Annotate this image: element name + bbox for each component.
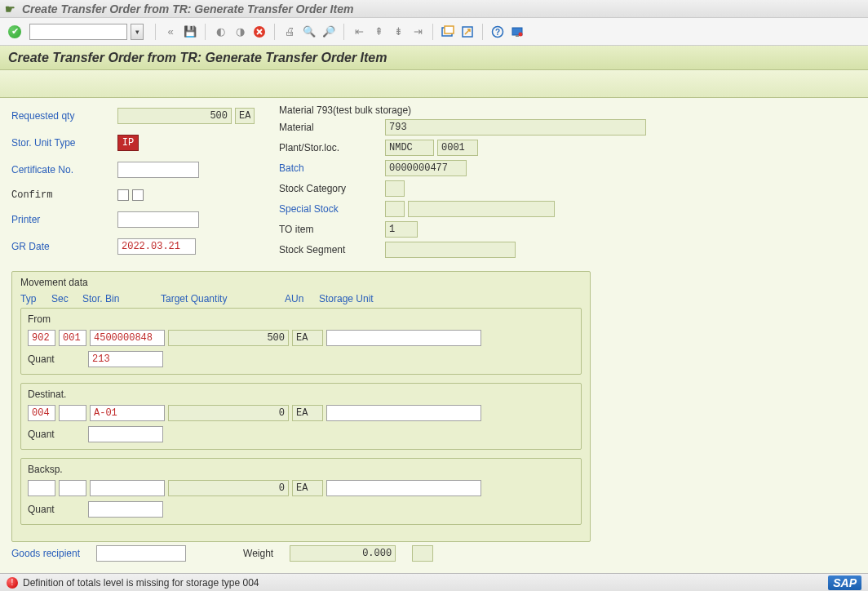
separator bbox=[155, 24, 156, 40]
weight-uom-field bbox=[412, 545, 433, 562]
dest-group: Destinat. Quant bbox=[20, 383, 582, 450]
shortcut-icon[interactable] bbox=[459, 24, 476, 40]
dest-quant[interactable] bbox=[88, 426, 163, 442]
dest-bin[interactable] bbox=[90, 405, 165, 421]
sub-title: Create Transfer Order from TR: Generate … bbox=[8, 51, 387, 65]
from-quant-label: Quant bbox=[28, 353, 85, 365]
dest-storage-unit[interactable] bbox=[326, 405, 481, 421]
storage-loc-field bbox=[437, 140, 478, 156]
hdr-target-qty: Target Quantity bbox=[161, 293, 281, 304]
from-qty[interactable] bbox=[168, 330, 289, 346]
weight-field bbox=[290, 545, 396, 562]
separator bbox=[432, 24, 433, 40]
material-header: Material 793(test bulk storage) bbox=[279, 104, 646, 116]
hdr-aun: AUn bbox=[285, 293, 316, 304]
dest-qty[interactable] bbox=[168, 405, 289, 421]
window-title: Create Transfer Order from TR: Generate … bbox=[22, 2, 353, 16]
back-quant-label: Quant bbox=[28, 504, 85, 515]
separator bbox=[482, 24, 483, 40]
plant-field bbox=[385, 140, 434, 156]
certificate-no-label: Certificate No. bbox=[11, 164, 117, 176]
prev-page-icon: ⇞ bbox=[370, 24, 387, 40]
new-session-icon[interactable] bbox=[440, 24, 456, 40]
printer-field[interactable] bbox=[117, 211, 199, 228]
left-column: Requested qty Stor. Unit Type Certificat… bbox=[11, 104, 255, 258]
sap-logo: SAP bbox=[828, 575, 861, 590]
hdr-sec: Sec bbox=[51, 293, 79, 304]
back-sec[interactable] bbox=[59, 480, 86, 496]
from-group: From Quant bbox=[20, 308, 582, 375]
dest-title: Destinat. bbox=[28, 389, 574, 400]
back-typ[interactable] bbox=[28, 480, 55, 496]
command-field[interactable] bbox=[29, 24, 127, 40]
svg-text:?: ? bbox=[495, 28, 500, 37]
cancel-icon[interactable] bbox=[251, 24, 268, 40]
requested-qty-uom bbox=[235, 108, 255, 124]
find-icon: 🔍 bbox=[301, 24, 317, 40]
back-storage-unit[interactable] bbox=[326, 480, 481, 496]
back-qty[interactable] bbox=[168, 480, 289, 496]
menu-icon[interactable]: ☛ bbox=[5, 2, 16, 16]
accept-icon[interactable]: ✔ bbox=[8, 25, 21, 38]
save-icon: 💾 bbox=[182, 24, 198, 40]
layout-icon[interactable] bbox=[509, 24, 525, 40]
special-stock-ref-field bbox=[408, 201, 555, 217]
main-toolbar: ✔ ▾ « 💾 ◐ ◑ 🖨 🔍 🔎 ⇤ ⇞ ⇟ ⇥ ? bbox=[0, 18, 868, 46]
batch-field bbox=[385, 160, 467, 176]
stor-unit-type-field[interactable] bbox=[117, 135, 139, 151]
gr-date-field[interactable] bbox=[117, 238, 196, 255]
certificate-no-field[interactable] bbox=[117, 162, 199, 178]
screen-body: Requested qty Stor. Unit Type Certificat… bbox=[0, 98, 868, 573]
status-bar: ! Definition of totals level is missing … bbox=[0, 573, 868, 591]
from-typ[interactable] bbox=[28, 330, 55, 346]
dest-quant-label: Quant bbox=[28, 429, 85, 440]
back-icon[interactable]: « bbox=[162, 24, 179, 40]
weight-label: Weight bbox=[243, 548, 273, 559]
stock-segment-label: Stock Segment bbox=[279, 244, 385, 256]
status-message: Definition of totals level is missing fo… bbox=[23, 577, 259, 589]
goods-recipient-label: Goods recipient bbox=[11, 548, 80, 559]
confirm-checkbox-1[interactable] bbox=[117, 189, 129, 201]
stock-category-label: Stock Category bbox=[279, 183, 385, 194]
back-aun bbox=[292, 480, 323, 496]
special-stock-ind-field bbox=[385, 201, 405, 217]
back-quant[interactable] bbox=[88, 501, 163, 518]
requested-qty-field[interactable] bbox=[117, 108, 232, 124]
from-bin[interactable] bbox=[90, 330, 165, 346]
material-field bbox=[385, 119, 646, 136]
from-quant[interactable] bbox=[88, 351, 163, 367]
hdr-bin: Stor. Bin bbox=[82, 293, 157, 304]
material-label: Material bbox=[279, 122, 385, 133]
dest-sec[interactable] bbox=[59, 405, 86, 421]
svg-rect-7 bbox=[516, 35, 519, 37]
command-dropdown[interactable]: ▾ bbox=[131, 24, 144, 40]
gr-date-label: GR Date bbox=[11, 241, 117, 252]
back-bin[interactable] bbox=[90, 480, 165, 496]
movement-data-title: Movement data bbox=[20, 277, 582, 288]
hdr-storage-unit: Storage Unit bbox=[319, 293, 474, 304]
to-item-field bbox=[385, 221, 418, 238]
confirm-label: Confirm bbox=[11, 189, 117, 201]
movement-data-group: Movement data Typ Sec Stor. Bin Target Q… bbox=[11, 271, 591, 542]
last-page-icon: ⇥ bbox=[410, 24, 426, 40]
from-sec[interactable] bbox=[59, 330, 86, 346]
title-bar: ☛ Create Transfer Order from TR: Generat… bbox=[0, 0, 868, 18]
stock-segment-field bbox=[385, 242, 516, 258]
separator bbox=[343, 24, 344, 40]
confirm-checkbox-2[interactable] bbox=[132, 189, 144, 201]
back2-icon: ◐ bbox=[212, 24, 228, 40]
batch-label: Batch bbox=[279, 162, 385, 174]
requested-qty-label: Requested qty bbox=[11, 110, 117, 122]
help-icon[interactable]: ? bbox=[489, 24, 506, 40]
first-page-icon: ⇤ bbox=[351, 24, 367, 40]
find-next-icon: 🔎 bbox=[321, 24, 337, 40]
from-storage-unit[interactable] bbox=[326, 330, 481, 346]
footer-fields: Goods recipient Weight bbox=[11, 545, 857, 562]
goods-recipient-field[interactable] bbox=[96, 545, 186, 562]
printer-label: Printer bbox=[11, 214, 117, 225]
dest-typ[interactable] bbox=[28, 405, 55, 421]
movement-headers: Typ Sec Stor. Bin Target Quantity AUn St… bbox=[20, 293, 582, 304]
svg-point-8 bbox=[519, 32, 523, 36]
back-title: Backsp. bbox=[28, 464, 574, 475]
svg-rect-2 bbox=[445, 26, 454, 33]
